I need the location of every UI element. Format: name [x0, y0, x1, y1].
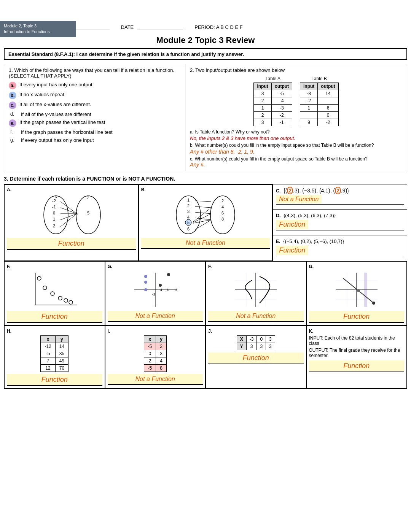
cell-b: B. 1 2 3 4 5 6 2 [139, 184, 273, 261]
cell-g2-function-text: Function [340, 312, 373, 321]
scatter-g1: 8 6 4 -2 [131, 271, 180, 309]
table-a-header-input: input [254, 83, 271, 90]
svg-point-0 [44, 196, 68, 234]
q3-middle-row: F. Function G. [4, 261, 407, 326]
choice-d: d. If all of the y-values are different [10, 111, 180, 117]
svg-point-48 [144, 275, 147, 278]
q3-top-row: A. -2 -1 0 1 2 5 [4, 184, 407, 261]
cell-cde: C. {(2,3), (−3,5), (4,1), (2,9)} Not a F… [272, 184, 407, 261]
svg-text:5: 5 [87, 211, 89, 215]
choice-c: c. If all of the x-values are different. [9, 102, 180, 109]
table-i: x y -52 03 24 -58 [144, 335, 167, 372]
cell-g1: G. [105, 261, 206, 326]
choice-e-text: If the graph passes the vertical line te… [19, 119, 105, 125]
choice-a-text: If every input has only one output [19, 82, 92, 87]
svg-text:8: 8 [221, 217, 224, 221]
table-b-header-output: output [318, 83, 338, 90]
svg-line-8 [61, 202, 77, 214]
graph-g2 [309, 271, 405, 309]
mapping-a: -2 -1 0 1 2 5 [7, 194, 136, 236]
q1-section: 1. Which of the following are ways that … [4, 64, 185, 171]
svg-text:5: 5 [187, 220, 190, 225]
svg-text:6: 6 [221, 211, 224, 215]
svg-text:-2: -2 [52, 199, 56, 203]
cell-b-function-text: Not a Function [183, 239, 228, 247]
tables-row: Table A input output 3-5 2-4 1-3 2-2 3-1 [190, 76, 402, 126]
svg-point-49 [144, 281, 147, 284]
table-a-container: Table A input output 3-5 2-4 1-3 2-2 3-1 [253, 76, 292, 126]
svg-text:3: 3 [187, 209, 190, 214]
cell-a-function-text: Function [55, 239, 88, 248]
svg-point-50 [144, 288, 147, 291]
cell-i-answer: Not a Function [108, 374, 203, 385]
cell-d-label: D. [276, 213, 280, 218]
cell-j-answer: Function [208, 353, 304, 364]
svg-line-9 [61, 208, 77, 214]
choice-c-text: If all of the x-values are different. [19, 102, 91, 107]
mapping-b: 1 2 3 4 5 6 2 4 6 8 [141, 194, 270, 236]
q2-part-c-label: c. What number(s) could you fill in the … [190, 156, 402, 162]
cell-f1-label: F. [7, 264, 102, 269]
svg-text:1: 1 [53, 217, 55, 221]
curve-f2 [231, 271, 280, 309]
graph-g1: 8 6 4 -2 [108, 271, 203, 309]
svg-line-12 [61, 214, 77, 227]
cell-d-answer: Function [276, 220, 308, 229]
svg-text:4: 4 [160, 288, 162, 292]
cell-i-label: I. [108, 329, 203, 334]
svg-text:-1: -1 [52, 205, 56, 209]
mapping-diagram-a: -2 -1 0 1 2 5 [39, 194, 104, 236]
q1-q2-container: 1. Which of the following are ways that … [4, 64, 407, 171]
svg-point-52 [159, 284, 162, 287]
cell-f2: F. [206, 261, 306, 326]
table-j: X -3 0 3 Y 3 3 3 [237, 335, 275, 350]
choice-f-text: If the graph passes the horizontal line … [21, 129, 113, 135]
cell-f1-function-text: Function [38, 312, 71, 321]
cell-g1-answer: Not a Function [108, 311, 203, 322]
cell-e-set: {(−5,4), (0,2), (5,−6), (10,7)} [283, 238, 344, 244]
header-banner: Module 2, Topic 3 Introduction to Functi… [0, 21, 76, 37]
cell-h-label: H. [7, 329, 102, 334]
svg-text:8: 8 [175, 288, 177, 292]
q2-part-c-answer: Any #. [190, 162, 205, 168]
svg-point-40 [51, 292, 54, 295]
page: Module 2, Topic 3 Introduction to Functi… [0, 21, 411, 389]
period-label: PERIOD: A B C D E F [194, 24, 242, 30]
cell-k-answer: Function [309, 360, 405, 372]
circle-a: a. [9, 82, 16, 89]
cell-j-function-text: Function [240, 353, 272, 363]
cell-g1-label: G. [108, 264, 203, 269]
cell-h-answer: Function [7, 374, 102, 386]
cell-d-set: {(4,3), (5,3), (6,3), (7,3)} [284, 213, 336, 218]
choice-g-text: If every output has only one input [21, 137, 94, 143]
svg-text:x: x [55, 194, 57, 199]
svg-point-41 [58, 296, 62, 300]
q2-part-b-answer: Any # other than 8, -2, 1, 9. [190, 149, 402, 155]
cell-k: K. INPUT: Each of the 82 total students … [306, 326, 407, 389]
svg-text:0: 0 [53, 211, 55, 215]
table-a: input output 3-5 2-4 1-3 2-2 3-1 [253, 83, 292, 126]
table-b-header-input: input [300, 83, 318, 90]
date-field[interactable] [137, 24, 183, 30]
svg-text:-2: -2 [152, 292, 155, 296]
svg-point-75 [372, 302, 375, 305]
svg-text:6: 6 [187, 227, 190, 231]
choice-g: g. If every output has only one input [10, 137, 180, 143]
cell-i-function-text: Not a Function [132, 375, 178, 383]
cell-c-set: {(2,3), (−3,5), (4,1), (2,9)} [284, 187, 349, 194]
line-g2 [332, 271, 381, 309]
table-h: x y -1214 -535 749 1270 [40, 335, 68, 372]
cell-c-answer: Not a Function [276, 195, 322, 203]
date-label: DATE [121, 24, 134, 30]
choice-b: b. If no x-values repeat [9, 92, 180, 99]
cell-j: J. X -3 0 3 Y 3 3 3 Function [206, 326, 306, 389]
svg-point-42 [64, 299, 68, 302]
cell-a: A. -2 -1 0 1 2 5 [4, 184, 139, 261]
svg-point-76 [357, 289, 360, 292]
svg-point-39 [43, 286, 47, 290]
cell-a-answer: Function [7, 238, 136, 250]
cell-f2-label: F. [208, 264, 304, 269]
cell-c: C. {(2,3), (−3,5), (4,1), (2,9)} Not a F… [273, 184, 407, 210]
graph-f1 [7, 271, 102, 309]
q1-stem: 1. Which of the following are ways that … [9, 67, 180, 79]
